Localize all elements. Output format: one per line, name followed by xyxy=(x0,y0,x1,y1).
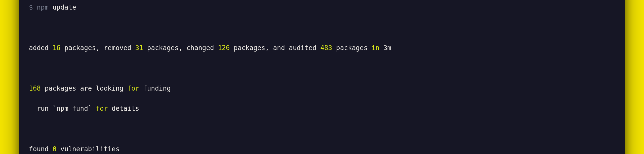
funding-word: funding xyxy=(143,85,171,92)
blank-line xyxy=(29,124,615,134)
vuln-text: vulnerabilities xyxy=(60,145,119,153)
packages-text: packages, xyxy=(64,44,100,52)
funding-count: 168 xyxy=(29,85,41,92)
removed-count: 31 xyxy=(135,44,143,52)
packages-text: packages, xyxy=(234,44,269,52)
funding-line-1: 168 packages are looking for funding xyxy=(29,83,615,93)
funding-text: packages are looking xyxy=(45,85,124,92)
changed-count: 126 xyxy=(218,44,230,52)
terminal-body: $ npm update added 16 packages, removed … xyxy=(29,0,615,154)
blank-line xyxy=(29,63,615,73)
vuln-count: 0 xyxy=(53,145,57,153)
in-keyword: in xyxy=(372,44,379,52)
duration-text: 3m xyxy=(383,44,391,52)
vulnerabilities-line: found 0 vulnerabilities xyxy=(29,144,615,154)
prompt-symbol: $ xyxy=(29,4,33,11)
audited-count: 483 xyxy=(320,44,332,52)
audited-label: audited xyxy=(289,44,316,52)
details-text: details xyxy=(112,105,139,112)
prompt-line: $ npm update xyxy=(29,2,615,12)
summary-line: added 16 packages, removed 31 packages, … xyxy=(29,43,615,53)
run-npm-fund: run `npm fund` xyxy=(29,105,92,112)
packages-text: packages, xyxy=(147,44,183,52)
terminal-window: $ npm update added 16 packages, removed … xyxy=(19,0,625,154)
and-label: and xyxy=(273,44,285,52)
added-label: added xyxy=(29,44,49,52)
for-keyword: for xyxy=(127,85,139,92)
found-label: found xyxy=(29,145,49,153)
funding-line-2: run `npm fund` for details xyxy=(29,103,615,113)
removed-label: removed xyxy=(104,44,131,52)
changed-label: changed xyxy=(186,44,214,52)
packages-text: packages xyxy=(336,44,368,52)
command-arg: update xyxy=(53,4,76,11)
command-name: npm xyxy=(37,4,49,11)
added-count: 16 xyxy=(53,44,60,52)
for-keyword: for xyxy=(96,105,108,112)
blank-line xyxy=(29,23,615,33)
